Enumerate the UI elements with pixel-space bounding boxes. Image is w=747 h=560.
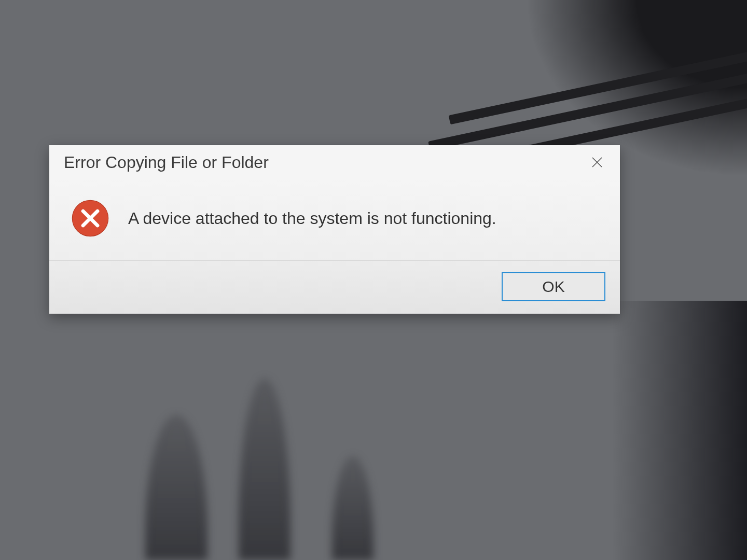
error-message: A device attached to the system is not f…	[128, 209, 496, 228]
dialog-button-row: OK	[49, 261, 620, 314]
wallpaper-shape	[239, 379, 290, 560]
wallpaper-shape	[332, 456, 374, 560]
dialog-content: A device attached to the system is not f…	[49, 179, 620, 261]
dialog-title: Error Copying File or Folder	[64, 153, 269, 172]
ok-button-label: OK	[542, 278, 564, 296]
close-icon	[591, 156, 603, 169]
close-button[interactable]	[582, 149, 613, 175]
error-icon	[71, 199, 109, 237]
wallpaper-shape	[612, 301, 747, 560]
ok-button[interactable]: OK	[502, 272, 605, 301]
dialog-titlebar[interactable]: Error Copying File or Folder	[49, 145, 620, 179]
wallpaper-shape	[145, 415, 208, 560]
error-dialog: Error Copying File or Folder A device at…	[49, 145, 620, 314]
